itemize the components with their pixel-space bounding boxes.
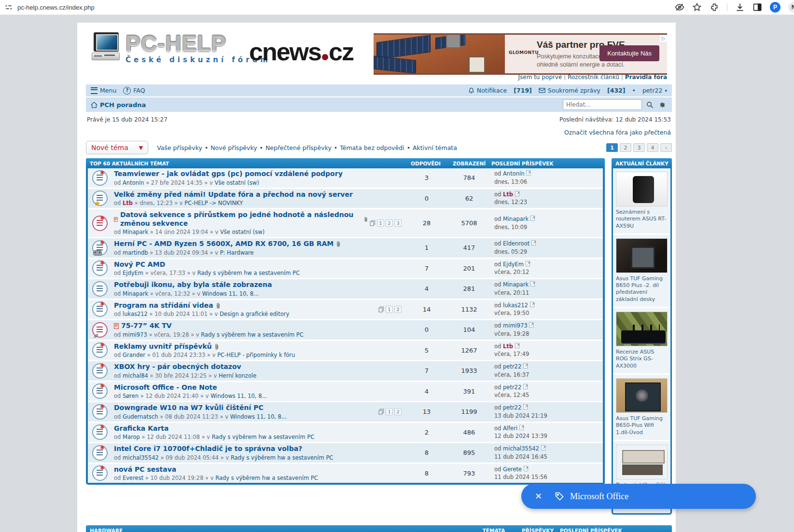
ad-banner[interactable]: GLOMONTU Váš partner pro FVE Poskytujeme… [374,33,667,75]
last-post-author-link[interactable]: petr22 [503,384,521,391]
last-post-author-link[interactable]: mimi973 [503,322,528,329]
page-button-3[interactable]: 3 [633,143,645,152]
goto-last-post-icon[interactable] [523,363,529,368]
topic-author-link[interactable]: martindb [123,249,148,256]
topic-forum-link[interactable]: Vše ostatní (sw) [220,229,265,235]
sidebar-article[interactable]: Asus TUF Gaming B650-Plus Wifi 1.díl-Úvo… [613,373,670,440]
profile-avatar[interactable]: P [770,2,780,13]
topic-page-button[interactable]: 1 [386,408,393,415]
goto-last-post-icon[interactable] [515,343,520,348]
last-post-author-link[interactable]: Gerete [503,466,522,473]
topic-author-link[interactable]: mimi973 [123,331,147,338]
sidebar-article[interactable]: Recenze ASUS ROG Strix GS-AX3000 [613,307,670,373]
search-settings-gear-icon[interactable] [657,100,667,109]
goto-last-post-icon[interactable] [530,302,535,307]
topic-page-button[interactable]: 2 [386,219,393,227]
goto-last-post-icon[interactable] [524,466,529,471]
quicklink-4[interactable]: Aktivní témata [413,144,457,151]
last-post-author-link[interactable]: Ltb [503,343,513,350]
goto-last-post-icon[interactable] [523,404,529,409]
topic-author-link[interactable]: lukas212 [123,311,148,317]
toplink-2[interactable]: Pravidla fóra [625,74,667,81]
site-info-icon[interactable] [5,3,13,11]
close-icon[interactable]: ✕ [535,491,542,502]
topic-author-link[interactable]: Søren [123,393,139,399]
topic-forum-link[interactable]: PC-HELP -> NOVINKY [184,200,243,206]
topic-author-link[interactable]: Grander [123,352,145,358]
topic-author-link[interactable]: Ltb [123,200,133,206]
last-post-author-link[interactable]: Ltb [503,191,513,198]
topic-page-button[interactable]: 2 [394,408,402,415]
topic-title-link[interactable]: Teamviewer - jak ovládat gps (pc) pomocí… [114,170,400,178]
last-post-author-link[interactable]: petr22 [503,404,521,411]
toplink-1[interactable]: Rozcestník článků [568,74,619,81]
last-post-author-link[interactable]: Minapark [503,216,529,222]
goto-last-post-icon[interactable] [515,191,520,196]
side-panel-icon[interactable] [752,2,762,12]
goto-last-post-icon[interactable] [523,384,529,389]
breadcrumb-home[interactable]: PCH poradna [91,101,146,109]
bookmark-star-icon[interactable] [692,2,702,12]
topic-title-link[interactable]: 75-77” 4K TV [114,322,400,330]
topic-author-link[interactable]: michal84 [123,372,148,379]
sidebar-article[interactable]: Asus TUF Gaming B650 Plus -2. díl předst… [613,233,670,307]
tab-group-popup[interactable]: ✕ Microsoft Office [521,484,756,509]
goto-last-post-icon[interactable] [541,445,546,450]
goto-last-post-icon[interactable] [530,216,536,221]
topic-page-button[interactable]: 1 [377,219,384,227]
goto-last-post-icon[interactable] [529,322,534,327]
topic-author-link[interactable]: Gudernatsch [123,413,158,420]
eye-hidden-icon[interactable] [675,2,684,12]
faq-button[interactable]: ? FAQ [123,87,145,95]
goto-last-post-icon[interactable] [519,425,525,430]
new-topic-button[interactable]: Nové téma ▼ [86,141,148,154]
topic-page-button[interactable]: 1 [386,306,393,313]
cnews-logo[interactable]: cnewscz [249,37,353,66]
topic-title-link[interactable]: Herní PC - AMD Ryzen 5 5600X, AMD RX 670… [114,240,400,248]
last-post-author-link[interactable]: EjdyEm [503,261,524,268]
last-post-author-link[interactable]: lukas212 [503,302,528,309]
topic-forum-link[interactable]: Rady s výběrem hw a sestavením PC [215,475,318,481]
page-next-button[interactable]: › [660,143,672,152]
topic-title-link[interactable]: Downgrade W10 na W7 kvůli čištění PC [114,404,376,412]
quicklink-0[interactable]: Vaše příspěvky [157,144,202,151]
page-button-1[interactable]: 1 [606,143,618,152]
goto-last-post-icon[interactable] [526,170,531,176]
topic-title-link[interactable]: Program na střídání videa [114,301,376,310]
menu-button[interactable]: Menu [91,87,116,94]
last-post-author-link[interactable]: Eldenroot [503,240,529,247]
topic-author-link[interactable]: Marop [123,434,140,440]
topic-title-link[interactable]: Graficka Karta [114,424,400,433]
ad-cta-button[interactable]: Kontaktujte Nás [599,45,659,61]
topic-forum-link[interactable]: Windows 11, 10, 8... [202,290,259,297]
topic-title-link[interactable]: Potřebuji ikonu, aby byla stále zobrazen… [114,281,400,289]
private-messages-link[interactable]: Soukromé zprávy [432] [539,87,626,94]
notifications-link[interactable]: Notifikace [719] [468,87,532,94]
topic-forum-link[interactable]: Vše ostatní (sw) [215,179,259,186]
topic-title-link[interactable]: Datová sekvence s přírůstkem po jedné ho… [114,211,368,228]
sidebar-article[interactable]: Seznámení s routerem ASUS RT-AX59U [613,168,670,233]
topic-author-link[interactable]: Minapark [123,290,148,297]
topic-title-link[interactable]: XBOX hry - pár obecných dotazov [114,363,400,371]
topic-author-link[interactable]: michal35542 [123,454,159,461]
adchoices-icon[interactable]: ▷ [660,35,667,42]
goto-last-post-icon[interactable] [526,261,531,266]
topic-forum-link[interactable]: P: Hardware [220,249,254,256]
last-post-author-link[interactable]: michal35542 [503,445,539,452]
topic-forum-link[interactable]: Rady s výběrem hw a sestavením PC [212,434,314,440]
mark-forums-read-link[interactable]: Označit všechna fóra jako přečtená [564,129,671,136]
topic-page-button[interactable]: 3 [394,219,402,227]
topic-author-link[interactable]: EjdyEm [123,270,143,276]
search-input[interactable] [563,99,642,110]
topic-title-link[interactable]: Nový PC AMD [114,260,400,269]
topic-author-link[interactable]: Antonín [123,179,144,186]
pc-help-logo[interactable]: PC-HELP České diskuzní fórum [92,32,271,64]
secondary-avatar[interactable]: N [788,2,794,13]
page-button-2[interactable]: 2 [620,143,631,152]
extensions-icon[interactable] [710,2,719,12]
topic-page-button[interactable]: 2 [394,306,402,313]
topic-forum-link[interactable]: Rady s výběrem hw a sestavením PC [197,270,300,276]
last-post-author-link[interactable]: Antonín [503,170,524,177]
user-menu[interactable]: petr22▾ [642,87,667,94]
topic-title-link[interactable]: Microsoft Office - One Note [114,383,400,392]
